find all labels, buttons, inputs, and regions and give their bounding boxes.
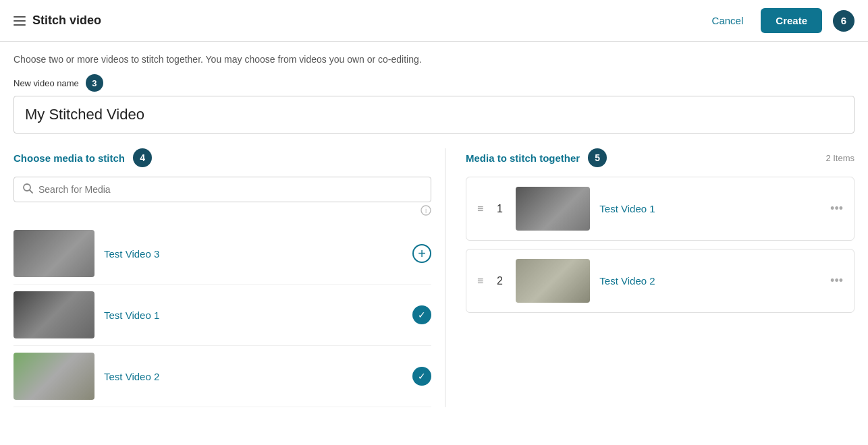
search-bar	[13, 177, 431, 202]
stitch-list: ≡ 1 Test Video 1 ••• ≡ 2 Test Video 2 ••…	[466, 177, 855, 313]
left-section-title: Choose media to stitch	[13, 152, 125, 164]
video-name-badge: 3	[86, 74, 103, 92]
items-count: 2 Items	[825, 153, 855, 163]
search-icon	[22, 183, 33, 196]
right-panel-badge: 5	[588, 148, 607, 167]
header-actions: Cancel Create 6	[703, 8, 855, 33]
stitch-item-name: Test Video 1	[599, 203, 821, 214]
right-section-header: Media to stitch together 5 2 Items	[466, 148, 855, 167]
list-item: Test Video 1 ✓	[13, 285, 431, 346]
media-selected-button[interactable]: ✓	[412, 367, 431, 386]
media-thumbnail	[13, 353, 94, 400]
hamburger-icon[interactable]	[13, 16, 26, 26]
drag-handle-icon[interactable]: ≡	[477, 203, 483, 215]
subtitle-text: Choose two or more videos to stitch toge…	[13, 54, 855, 65]
header: Stitch video Cancel Create 6	[0, 0, 868, 42]
stitch-number: 2	[493, 275, 506, 287]
stitch-item-name: Test Video 2	[599, 275, 821, 287]
left-panel: Choose media to stitch 4 i	[13, 148, 445, 407]
header-left: Stitch video	[13, 13, 101, 28]
right-section-title: Media to stitch together	[466, 152, 580, 164]
right-panel: Media to stitch together 5 2 Items ≡ 1 T…	[445, 148, 855, 407]
more-options-icon[interactable]: •••	[830, 274, 843, 288]
create-badge: 6	[833, 10, 855, 32]
video-name-label: New video name 3	[13, 74, 855, 92]
stitch-item: ≡ 2 Test Video 2 •••	[466, 249, 855, 313]
media-item-name: Test Video 1	[104, 309, 403, 321]
media-selected-button[interactable]: ✓	[412, 305, 431, 324]
media-item-name: Test Video 2	[104, 371, 403, 382]
list-item: Test Video 2 ✓	[13, 346, 431, 407]
video-name-input[interactable]	[13, 96, 855, 134]
drag-handle-icon[interactable]: ≡	[477, 275, 483, 287]
stitch-thumbnail	[516, 187, 590, 231]
columns: Choose media to stitch 4 i	[13, 148, 855, 407]
stitch-thumbnail	[516, 259, 590, 303]
body-content: Choose two or more videos to stitch toge…	[0, 42, 868, 407]
list-item: Test Video 3 +	[13, 223, 431, 285]
stitch-number: 1	[493, 203, 506, 215]
media-list: Test Video 3 + Test Video 1 ✓ Test Video…	[13, 223, 431, 407]
search-input[interactable]	[38, 184, 423, 195]
svg-line-1	[30, 190, 32, 193]
info-icon: i	[13, 205, 431, 218]
left-section-header: Choose media to stitch 4	[13, 148, 431, 167]
more-options-icon[interactable]: •••	[830, 202, 843, 216]
left-panel-badge: 4	[133, 148, 152, 167]
add-media-button[interactable]: +	[412, 244, 431, 263]
page-title: Stitch video	[32, 13, 101, 28]
stitch-item: ≡ 1 Test Video 1 •••	[466, 177, 855, 241]
media-thumbnail	[13, 230, 94, 277]
cancel-button[interactable]: Cancel	[703, 9, 753, 32]
create-button[interactable]: Create	[761, 8, 822, 33]
media-thumbnail	[13, 291, 94, 338]
media-item-name: Test Video 3	[104, 248, 403, 260]
svg-text:i: i	[425, 207, 427, 214]
